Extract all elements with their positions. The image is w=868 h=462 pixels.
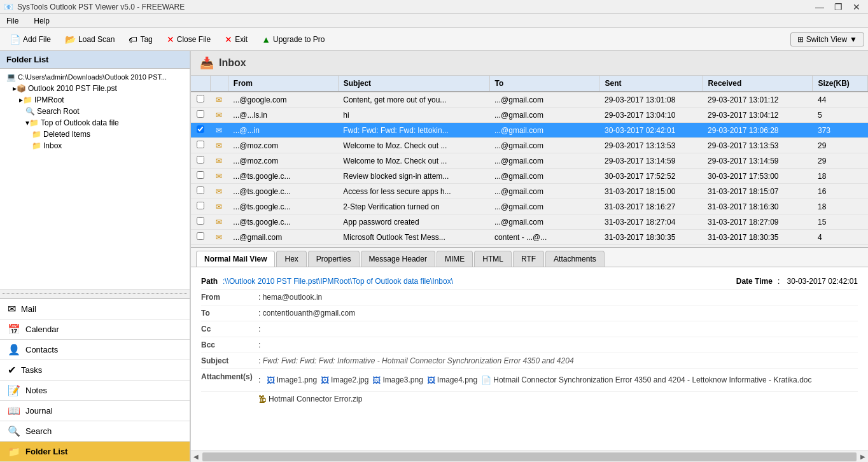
exit-button[interactable]: ✕ Exit xyxy=(219,32,253,47)
table-row[interactable]: ✉ ...@gmail.com Microsoft Outlook Test M… xyxy=(191,230,868,245)
calendar-nav-icon: 📅 xyxy=(8,323,20,335)
tree-item-inbox[interactable]: 📁 Inbox xyxy=(0,140,190,151)
col-sent[interactable]: Sent xyxy=(599,76,703,92)
row-to: ...@gmail.com xyxy=(489,199,599,214)
attach-image2[interactable]: 🖼 Image2.jpg xyxy=(321,375,368,385)
row-check[interactable] xyxy=(191,169,210,184)
tab-normal-mail-view[interactable]: Normal Mail View xyxy=(196,251,275,267)
tab-mime[interactable]: MIME xyxy=(437,251,473,267)
minimize-button[interactable]: — xyxy=(811,2,828,12)
email-table-container[interactable]: From Subject To Sent Received Size(KB) ✉… xyxy=(191,76,868,248)
attach-doc[interactable]: 📄 Hotmail Connector Synchronization Erro… xyxy=(481,375,811,385)
attachments-field: Attachment(s) : 🖼 Image1.png 🖼 Image2.jp… xyxy=(201,369,858,392)
tree-item-top-outlook[interactable]: ▾📁 Top of Outlook data file xyxy=(0,117,190,129)
row-to: ...@gmail.com xyxy=(489,108,599,123)
row-check[interactable] xyxy=(191,138,210,153)
col-subject[interactable]: Subject xyxy=(338,76,489,92)
nav-journal[interactable]: 📖 Journal xyxy=(0,401,190,421)
table-row[interactable]: ✉ ...@ts.google.c... Review blocked sign… xyxy=(191,169,868,184)
row-check[interactable] xyxy=(191,184,210,199)
cc-value: : xyxy=(258,325,260,333)
row-check[interactable] xyxy=(191,230,210,245)
bcc-value: : xyxy=(258,340,260,349)
tab-bar: Normal Mail ViewHexPropertiesMessage Hea… xyxy=(191,248,868,267)
row-mail-icon: ✉ xyxy=(210,92,228,108)
table-row[interactable]: ✉ ...@ts.google.c... App password create… xyxy=(191,214,868,230)
switch-view-button[interactable]: ⊞ Switch View ▼ xyxy=(790,32,864,46)
maximize-button[interactable]: ❐ xyxy=(830,2,846,12)
scroll-right-arrow[interactable]: ▶ xyxy=(858,453,868,460)
to-value: : contentlouanth@gmail.com xyxy=(258,309,355,318)
tab-attachments[interactable]: Attachments xyxy=(545,251,605,267)
tree-item-ipmroot[interactable]: ▸📁 IPMRoot xyxy=(0,94,190,106)
table-row[interactable]: ✉ ...@ts.google.c... 2-Step Verification… xyxy=(191,199,868,214)
table-row[interactable]: ✉ ...@moz.com Welcome to Moz. Check out … xyxy=(191,138,868,153)
tree-item-searchroot[interactable]: 🔍 Search Root xyxy=(0,106,190,117)
folder-scroll-bottom xyxy=(0,289,190,298)
row-check[interactable] xyxy=(191,199,210,214)
col-received[interactable]: Received xyxy=(703,76,813,92)
row-mail-icon: ✉ xyxy=(210,138,228,153)
nav-tasks[interactable]: ✔ Tasks xyxy=(0,360,190,381)
row-sent: 31-03-2017 18:15:00 xyxy=(599,184,703,199)
table-row[interactable]: ✉ ...@google.com Content, get more out o… xyxy=(191,92,868,108)
row-size: 44 xyxy=(813,92,868,108)
row-size: 29 xyxy=(813,138,868,153)
title-bar: 📧 SysTools Outlook PST Viewer v5.0 - FRE… xyxy=(0,0,868,14)
row-check[interactable] xyxy=(191,153,210,169)
close-button[interactable]: ✕ xyxy=(849,2,864,12)
table-row[interactable]: ✉ ...@ts.google.c... Access for less sec… xyxy=(191,184,868,199)
row-sent: 29-03-2017 13:13:53 xyxy=(599,138,703,153)
close-file-button[interactable]: ✕ Close File xyxy=(161,32,216,47)
col-size[interactable]: Size(KB) xyxy=(813,76,868,92)
row-from: ...@moz.com xyxy=(228,153,338,169)
col-to[interactable]: To xyxy=(489,76,599,92)
horizontal-scrollbar[interactable] xyxy=(202,452,857,461)
row-to: ...@gmail.com xyxy=(489,138,599,153)
nav-calendar[interactable]: 📅 Calendar xyxy=(0,319,190,340)
nav-search[interactable]: 🔍 Search xyxy=(0,421,190,442)
row-check[interactable] xyxy=(191,123,210,138)
tree-item-pst[interactable]: ▸📦 Outlook 2010 PST File.pst xyxy=(0,83,190,94)
tab-properties[interactable]: Properties xyxy=(308,251,360,267)
tab-message-header[interactable]: Message Header xyxy=(361,251,435,267)
mail-view: Path :\\Outlook 2010 PST File.pst\IPMRoo… xyxy=(191,267,868,451)
top-outlook-icon: ▾📁 xyxy=(25,118,39,127)
tab-html[interactable]: HTML xyxy=(474,251,512,267)
email-list[interactable]: ✉ ...@google.com Content, get more out o… xyxy=(191,92,868,248)
add-file-button[interactable]: 📄 Add File xyxy=(4,32,57,47)
attach-image3[interactable]: 🖼 Image3.png xyxy=(372,375,423,385)
nav-mail[interactable]: ✉ Mail xyxy=(0,299,190,319)
attach-image4[interactable]: 🖼 Image4.png xyxy=(427,375,477,385)
folder-list-header: Folder List xyxy=(0,51,190,69)
attach-zip[interactable]: 🗜 Hotmail Connector Error.zip xyxy=(258,395,858,404)
row-mail-icon: ✉ xyxy=(210,108,228,123)
tab-rtf[interactable]: RTF xyxy=(513,251,544,267)
bottom-scroll[interactable]: ◀ ▶ xyxy=(191,451,868,462)
upgrade-button[interactable]: ▲ Upgrade to Pro xyxy=(256,32,330,47)
nav-notes[interactable]: 📝 Notes xyxy=(0,381,190,401)
window-controls[interactable]: — ❐ ✕ xyxy=(811,2,864,12)
table-row[interactable]: ✉ ...@moz.com Welcome to Moz. Check out … xyxy=(191,153,868,169)
table-row[interactable]: ✉ ...@...in Fwd: Fwd: Fwd: Fwd: lettokin… xyxy=(191,123,868,138)
menu-help[interactable]: Help xyxy=(30,15,53,27)
row-mail-icon: ✉ xyxy=(210,153,228,169)
load-scan-button[interactable]: 📂 Load Scan xyxy=(59,32,120,47)
tag-button[interactable]: 🏷 Tag xyxy=(123,32,158,47)
row-from: ...@google.com xyxy=(228,92,338,108)
row-size: 4 xyxy=(813,230,868,245)
nav-folder-list[interactable]: 📁 Folder List xyxy=(0,442,190,462)
row-check[interactable] xyxy=(191,92,210,108)
tree-item-root[interactable]: 💻 C:\Users\admin\Downloads\Outlook 2010 … xyxy=(0,71,190,83)
row-subject: Microsoft Outlook Test Mess... xyxy=(338,230,489,245)
row-check[interactable] xyxy=(191,108,210,123)
col-from[interactable]: From xyxy=(228,76,338,92)
attach-image1[interactable]: 🖼 Image1.png xyxy=(267,375,317,385)
scroll-left-arrow[interactable]: ◀ xyxy=(191,453,201,460)
nav-contacts[interactable]: 👤 Contacts xyxy=(0,340,190,360)
row-check[interactable] xyxy=(191,214,210,230)
tree-item-deleted[interactable]: 📁 Deleted Items xyxy=(0,129,190,140)
table-row[interactable]: ✉ ...@...ls.in hi ...@gmail.com 29-03-20… xyxy=(191,108,868,123)
tab-hex[interactable]: Hex xyxy=(276,251,306,267)
menu-file[interactable]: File xyxy=(3,15,22,27)
